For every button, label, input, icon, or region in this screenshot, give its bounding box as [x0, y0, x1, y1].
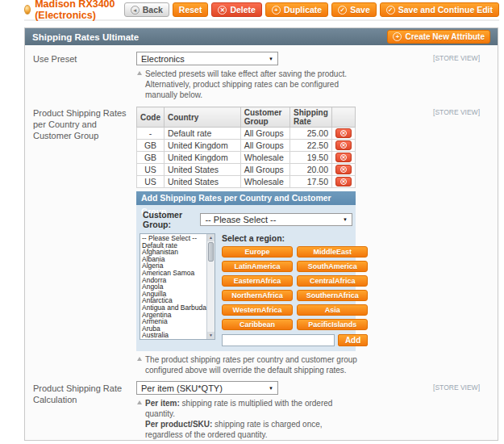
region-button-centralafrica[interactable]: CentralAfrica [297, 275, 368, 287]
store-view-scope: [STORE VIEW] [433, 52, 480, 100]
custom-rate-input[interactable] [222, 334, 335, 346]
region-button-southernafrica[interactable]: SouthernAfrica [297, 290, 368, 301]
col-customer-group: Customer Group [240, 107, 289, 128]
page-title: Madison RX3400 (Electronics) [24, 0, 124, 21]
use-preset-select[interactable]: Electronics ▼ [136, 52, 278, 65]
delete-rate-button[interactable]: ✕ [335, 153, 352, 162]
customer-group-label: Customer Group: [143, 210, 200, 229]
col-shipping-rate: Shipping Rate [290, 107, 332, 128]
region-button-northernafrica[interactable]: NorthernAfrica [222, 290, 293, 301]
note-triangle-icon [137, 400, 142, 404]
table-row: US United States Wholesale 17.50 ✕ [137, 176, 356, 188]
rate-calculation-label: Product Shipping Rate Calculation [33, 381, 136, 440]
region-button-middleeast[interactable]: MiddleEast [297, 246, 368, 258]
chevron-down-icon: ▼ [269, 57, 273, 61]
region-button-europe[interactable]: Europe [222, 246, 293, 258]
shipping-rates-panel: Shipping Rates Ultimate + Create New Att… [24, 27, 498, 441]
region-button-asia[interactable]: Asia [297, 304, 368, 316]
delete-circle-icon: ✕ [218, 6, 227, 15]
rate-calculation-note: Per item: shipping rate is multiplied wi… [136, 398, 359, 440]
delete-button[interactable]: ✕ Delete [211, 2, 262, 17]
delete-rate-button[interactable]: ✕ [335, 165, 352, 174]
check-circle-icon: ✓ [338, 6, 347, 15]
product-icon [24, 5, 31, 15]
delete-x-icon: ✕ [340, 178, 347, 185]
country-listbox[interactable]: -- Please Select -- Default rate Afghani… [140, 233, 215, 340]
delete-x-icon: ✕ [340, 130, 347, 136]
delete-x-icon: ✕ [340, 166, 347, 173]
section-header: Shipping Rates Ultimate + Create New Att… [25, 28, 498, 45]
page-title-text: Madison RX3400 (Electronics) [35, 0, 124, 21]
create-new-attribute-button[interactable]: + Create New Attribute [387, 30, 490, 44]
page-header: Madison RX3400 (Electronics) ◄ Back Rese… [24, 0, 499, 21]
store-view-scope: [STORE VIEW] [433, 381, 480, 440]
product-shipping-rates-label: Product Shipping Rates per Country and C… [33, 106, 136, 375]
region-button-pacificislands[interactable]: PacificIslands [297, 319, 368, 330]
scrollbar-thumb[interactable] [208, 242, 214, 262]
table-row: US United States All Groups 20.00 ✕ [137, 164, 356, 176]
plus-circle-icon: + [272, 6, 281, 15]
add-rate-button[interactable]: Add [338, 334, 368, 346]
reset-button[interactable]: Reset [173, 2, 209, 17]
chevron-down-icon: ▼ [343, 217, 348, 222]
use-preset-note: Selected presets will take effect after … [136, 69, 359, 100]
section-title: Shipping Rates Ultimate [32, 32, 139, 42]
store-view-scope: [STORE VIEW] [433, 106, 480, 375]
scroll-down-icon[interactable]: ▼ [207, 332, 215, 339]
region-button-caribbean[interactable]: Caribbean [222, 319, 293, 330]
rate-calculation-select[interactable]: Per item (SKU*QTY) ▼ [136, 381, 278, 395]
col-country: Country [165, 107, 241, 128]
back-arrow-icon: ◄ [131, 6, 140, 15]
chevron-down-icon: ▼ [269, 386, 273, 391]
region-button-latinamerica[interactable]: LatinAmerica [222, 261, 293, 272]
save-continue-button[interactable]: ✓ Save and Continue Edit [380, 2, 499, 17]
customer-group-select[interactable]: -- Please Select -- ▼ [200, 213, 352, 226]
delete-x-icon: ✕ [340, 154, 347, 161]
table-row: GB United Kingdom All Groups 22.50 ✕ [137, 140, 356, 152]
listbox-scrollbar[interactable]: ▲ ▼ [206, 234, 215, 339]
col-code: Code [137, 107, 165, 128]
rate-calculation-row: Product Shipping Rate Calculation Per it… [25, 378, 498, 441]
save-button[interactable]: ✓ Save [331, 2, 377, 17]
col-actions [331, 107, 355, 128]
delete-rate-button[interactable]: ✕ [335, 140, 352, 150]
note-triangle-icon [137, 71, 142, 75]
duplicate-button[interactable]: + Duplicate [265, 2, 328, 17]
product-shipping-rates-row: Product Shipping Rates per Country and C… [25, 103, 498, 378]
shipping-rates-table: Code Country Customer Group Shipping Rat… [136, 107, 356, 188]
region-button-easternafrica[interactable]: EasternAfrica [222, 275, 293, 287]
table-header-row: Code Country Customer Group Shipping Rat… [137, 107, 356, 128]
region-button-westernafrica[interactable]: WesternAfrica [222, 304, 293, 316]
use-preset-row: Use Preset Electronics ▼ Selected preset… [25, 48, 498, 103]
select-region-label: Select a region: [222, 233, 368, 243]
delete-rate-button[interactable]: ✕ [335, 177, 352, 186]
note-triangle-icon [137, 357, 142, 361]
add-box-title: Add Shipping Rates per Country and Custo… [136, 191, 356, 205]
rates-override-note: The product shipping rates per country a… [136, 354, 359, 375]
delete-rate-button[interactable]: ✕ [335, 128, 352, 138]
scroll-up-icon[interactable]: ▲ [207, 234, 215, 241]
table-row: GB United Kingdom Wholesale 19.50 ✕ [137, 152, 356, 164]
back-button[interactable]: ◄ Back [124, 2, 169, 17]
region-button-southamerica[interactable]: SouthAmerica [297, 261, 368, 272]
use-preset-label: Use Preset [33, 52, 136, 100]
table-row: - Default rate All Groups 25.00 ✕ [137, 128, 356, 140]
add-shipping-rates-box: Add Shipping Rates per Country and Custo… [136, 191, 356, 351]
check-circle-icon: ✓ [386, 6, 395, 15]
delete-x-icon: ✕ [340, 142, 347, 149]
list-item[interactable]: Australia [140, 332, 206, 339]
plus-circle-icon: + [393, 32, 402, 41]
header-buttons: ◄ Back Reset ✕ Delete + Duplicate ✓ Save… [124, 2, 499, 17]
